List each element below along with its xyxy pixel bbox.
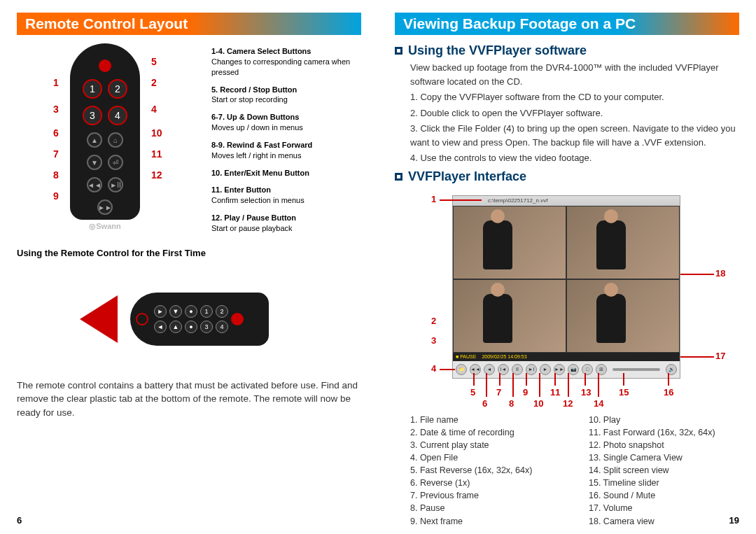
legend-item: 16. Sound / Mute (589, 489, 739, 502)
legend-item: 9. Next frame (410, 515, 561, 528)
down-button: ▼ (87, 155, 102, 170)
label-6: 6 (482, 398, 487, 409)
label-14: 14 (594, 398, 603, 409)
timestamp: 2009/02/25 14:09:53 (482, 353, 526, 361)
label-15: 15 (619, 387, 629, 398)
legend-col-b: 10. Play 11. Fast Forward (16x, 32x, 64x… (589, 414, 739, 528)
label-9: 9 (523, 387, 528, 398)
legend-desc: Moves left / right in menus (211, 151, 301, 160)
arrow-left-icon (80, 295, 118, 343)
remote-body: 1 2 3 4 ▲ ⌂ ▼ ⏎ ◄◄ ►II (70, 43, 140, 220)
remote-legend: 1-4. Camera Select ButtonsChanges to cor… (211, 43, 361, 241)
software-body: View backed up footage from the DVR4-100… (395, 61, 739, 165)
label-12: 12 (563, 398, 573, 409)
legend-item: 6. Reverse (1x) (410, 477, 561, 489)
remote-layout-section: 1 2 3 4 ▲ ⌂ ▼ ⏎ ◄◄ ►II (17, 43, 361, 241)
label-4: 4 (431, 363, 436, 374)
menu-button: ⌂ (108, 132, 123, 148)
intro-text: View backed up footage from the DVR4-100… (410, 61, 739, 88)
header-left: Remote Control Layout (17, 13, 361, 35)
callout-5: 5 (151, 56, 157, 67)
legend-item: 13. Single Camera View (589, 451, 739, 464)
fast-reverse-icon: ◄◄ (470, 364, 481, 375)
player-status-bar: ■ PAUSE 2009/02/25 14:09:53 (453, 353, 680, 361)
label-10: 10 (533, 398, 543, 409)
camera-cell (453, 279, 566, 353)
camera-1-button: 1 (83, 79, 102, 99)
camera-cell (453, 206, 566, 279)
callout-1: 1 (53, 77, 59, 88)
tab-highlight-icon (136, 313, 148, 325)
interface-legend: 1. File name 2. Date & time of recording… (395, 414, 739, 528)
legend-item: 12. Photo snapshot (589, 439, 739, 451)
first-time-heading: Using the Remote Control for the First T… (17, 248, 361, 258)
section-title: VVFPlayer Interface (408, 169, 526, 184)
legend-desc: Start or stop recording (211, 95, 288, 104)
legend-desc: Confirm selection in menus (211, 196, 304, 204)
camera-2-button: 2 (108, 79, 127, 99)
up-button: ▲ (87, 132, 102, 148)
legend-item: 10. Play (589, 414, 739, 426)
camera-grid (453, 206, 680, 353)
camera-3-button: 3 (83, 106, 102, 125)
step-4: 4. Use the controls to view the video fo… (410, 151, 739, 165)
play-icon: ► (540, 364, 551, 375)
camera-cell (566, 279, 680, 353)
label-3: 3 (431, 335, 436, 346)
legend-title: 10. Enter/Exit Menu Button (211, 169, 309, 177)
fastforward-button: ►► (97, 199, 113, 215)
label-5: 5 (470, 387, 475, 398)
timeline-slider (612, 368, 660, 371)
open-file-icon: 📁 (456, 364, 467, 375)
remote-tab-figure: ►◄ ▼▲ ●● 13 24 (17, 267, 361, 372)
page-number-left: 6 (17, 515, 22, 526)
player-titlebar: c:\temp\02251712_n.vvf (453, 196, 680, 206)
legend-title: 5. Record / Stop Button (211, 85, 297, 94)
legend-item: 17. Volume (589, 502, 739, 514)
pause-indicator: ■ PAUSE (456, 353, 476, 361)
label-1: 1 (431, 194, 436, 204)
label-2: 2 (431, 316, 436, 326)
callout-3: 3 (53, 104, 59, 115)
callout-4: 4 (151, 104, 157, 115)
step-2: 2. Double click to open the VVFPlayer so… (410, 106, 739, 120)
snapshot-icon: 📷 (568, 364, 579, 375)
legend-title: 1-4. Camera Select Buttons (211, 47, 311, 55)
rewind-button: ◄◄ (87, 177, 102, 192)
square-bullet-icon (395, 47, 402, 55)
legend-desc: Moves up / down in menus (211, 123, 303, 132)
legend-col-a: 1. File name 2. Date & time of recording… (410, 414, 561, 528)
callout-6: 6 (53, 127, 59, 139)
player-figure: c:\temp\02251712_n.vvf ■ PAUSE 2009/02/2… (407, 191, 736, 408)
section-vvfplayer-software: Using the VVFPlayer software (395, 43, 739, 58)
callout-7: 7 (53, 148, 59, 160)
page-number-right: 19 (729, 515, 739, 526)
callout-8: 8 (53, 169, 59, 181)
section-vvfplayer-interface: VVFPlayer Interface (395, 169, 739, 184)
legend-item: 8. Pause (410, 502, 561, 514)
step-1: 1. Copy the VVFPlayer software from the … (410, 90, 739, 104)
section-title: Using the VVFPlayer software (408, 43, 587, 58)
callout-10: 10 (151, 127, 162, 139)
legend-title: 11. Enter Button (211, 185, 271, 194)
callout-11: 11 (151, 148, 162, 160)
label-16: 16 (664, 387, 673, 398)
square-bullet-icon (395, 173, 402, 181)
label-17: 17 (715, 351, 725, 361)
callout-12: 12 (151, 169, 162, 181)
camera-cell (566, 206, 680, 279)
single-cam-icon: □ (582, 364, 593, 375)
legend-item: 15. Timeline slider (589, 477, 739, 489)
enter-button: ⏎ (108, 155, 123, 170)
player-window: c:\temp\02251712_n.vvf ■ PAUSE 2009/02/2… (452, 195, 680, 379)
legend-item: 2. Date & time of recording (410, 426, 561, 439)
legend-desc: Start or pause playback (211, 224, 293, 232)
callout-2: 2 (151, 77, 157, 88)
legend-item: 7. Previous frame (410, 489, 561, 502)
legend-item: 5. Fast Reverse (16x, 32x, 64x) (410, 464, 561, 477)
callout-9: 9 (53, 190, 59, 202)
label-13: 13 (581, 387, 591, 398)
label-18: 18 (715, 268, 725, 279)
legend-desc: Changes to corresponding camera when pre… (211, 57, 350, 76)
remote-diagram: 1 2 3 4 ▲ ⌂ ▼ ⏎ ◄◄ ►II (17, 43, 199, 232)
